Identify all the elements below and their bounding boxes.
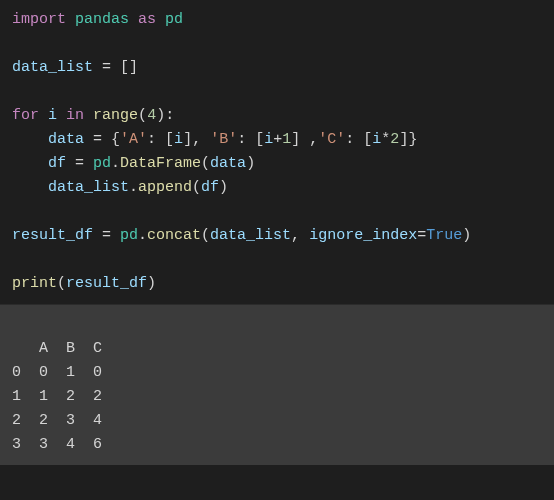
code-line-3: data_list = [] xyxy=(12,59,138,76)
code-line-8: data_list.append(df) xyxy=(12,179,228,196)
var-i: i xyxy=(48,107,57,124)
keyword-for: for xyxy=(12,107,39,124)
keyword-import: import xyxy=(12,11,66,28)
keyword-as: as xyxy=(138,11,156,28)
code-line-5: for i in range(4): xyxy=(12,107,174,124)
col-C: C xyxy=(93,340,102,357)
output-header: A B C xyxy=(12,340,102,357)
func-print: print xyxy=(12,275,57,292)
func-append: append xyxy=(138,179,192,196)
table-row: 2 2 3 4 xyxy=(12,412,102,429)
var-data-list: data_list xyxy=(12,59,93,76)
alias-pd: pd xyxy=(165,11,183,28)
var-result-df: result_df xyxy=(12,227,93,244)
col-B: B xyxy=(66,340,75,357)
table-row: 0 0 1 0 xyxy=(12,364,102,381)
var-df: df xyxy=(48,155,66,172)
code-line-6: data = {'A': [i], 'B': [i+1] ,'C': [i*2]… xyxy=(12,131,417,148)
code-line-12: print(result_df) xyxy=(12,275,156,292)
code-editor[interactable]: import pandas as pd data_list = [] for i… xyxy=(0,0,554,304)
const-true: True xyxy=(426,227,462,244)
table-row: 3 3 4 6 xyxy=(12,436,102,453)
col-A: A xyxy=(39,340,48,357)
table-row: 1 1 2 2 xyxy=(12,388,102,405)
keyword-in: in xyxy=(66,107,84,124)
kwarg-ignore-index: ignore_index xyxy=(309,227,417,244)
code-line-7: df = pd.DataFrame(data) xyxy=(12,155,255,172)
func-dataframe: DataFrame xyxy=(120,155,201,172)
var-data: data xyxy=(48,131,84,148)
output-panel: A B C 0 0 1 0 1 1 2 2 2 2 3 4 3 3 4 6 xyxy=(0,304,554,465)
code-line-10: result_df = pd.concat(data_list, ignore_… xyxy=(12,227,471,244)
code-line-1: import pandas as pd xyxy=(12,11,183,28)
module-pandas: pandas xyxy=(75,11,129,28)
func-range: range xyxy=(93,107,138,124)
func-concat: concat xyxy=(147,227,201,244)
